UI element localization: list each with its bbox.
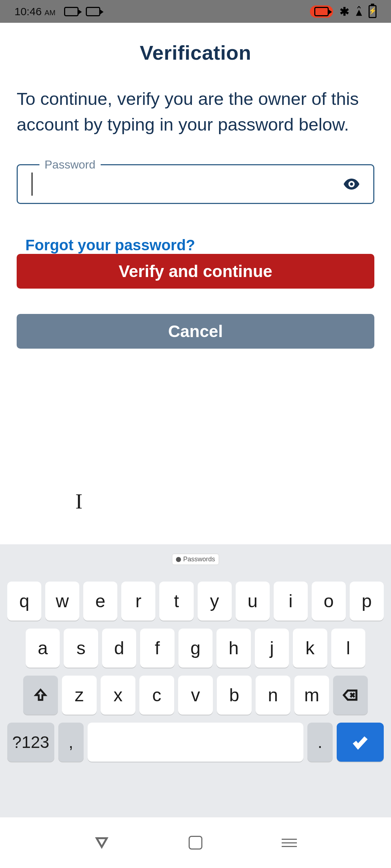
forgot-password-link[interactable]: Forgot your password? [25, 237, 195, 254]
keyboard-row-3: z x c v b n m [0, 676, 391, 715]
video-icon [64, 7, 79, 16]
video-icon [86, 7, 100, 16]
key-u[interactable]: u [236, 582, 270, 621]
key-y[interactable]: y [198, 582, 232, 621]
key-i[interactable]: i [274, 582, 308, 621]
key-t[interactable]: t [159, 582, 193, 621]
key-d[interactable]: d [102, 629, 136, 668]
keyboard-hint[interactable]: Passwords [0, 554, 391, 565]
key-s[interactable]: s [64, 629, 98, 668]
key-r[interactable]: r [121, 582, 155, 621]
key-symbols[interactable]: ?123 [7, 723, 54, 762]
page-title: Verification [17, 41, 374, 64]
svg-point-0 [350, 183, 353, 186]
backspace-icon [342, 687, 358, 703]
key-space[interactable] [88, 723, 303, 762]
eye-icon [342, 175, 361, 193]
key-w[interactable]: w [45, 582, 79, 621]
key-g[interactable]: g [178, 629, 213, 668]
check-icon [352, 733, 369, 751]
key-x[interactable]: x [101, 676, 135, 715]
nav-back-button[interactable] [94, 834, 109, 851]
soft-keyboard: Passwords q w e r t y u i o p a s d f g … [0, 544, 391, 817]
key-icon [176, 557, 181, 562]
status-time-value: 10:46 [14, 5, 42, 18]
keyboard-row-4: ?123 , . [0, 723, 391, 762]
key-v[interactable]: v [178, 676, 213, 715]
key-c[interactable]: c [139, 676, 174, 715]
key-n[interactable]: n [256, 676, 290, 715]
key-m[interactable]: m [294, 676, 329, 715]
wifi-icon: ▴̂ [356, 4, 362, 19]
page-subtitle: To continue, verify you are the owner of… [17, 86, 374, 137]
key-f[interactable]: f [140, 629, 174, 668]
cancel-button[interactable]: Cancel [17, 314, 374, 349]
keyboard-hint-label: Passwords [183, 556, 215, 563]
password-label: Password [39, 158, 101, 171]
verify-button[interactable]: Verify and continue [17, 254, 374, 289]
key-p[interactable]: p [350, 582, 384, 621]
status-time: 10:46 AM [14, 5, 55, 18]
key-l[interactable]: l [331, 629, 365, 668]
keyboard-row-2: a s d f g h j k l [0, 629, 391, 668]
key-q[interactable]: q [7, 582, 41, 621]
key-k[interactable]: k [293, 629, 327, 668]
key-comma[interactable]: , [58, 723, 84, 762]
key-enter[interactable] [337, 723, 384, 762]
key-a[interactable]: a [26, 629, 60, 668]
status-bar: 10:46 AM ✱ ▴̂ [0, 0, 391, 23]
key-z[interactable]: z [62, 676, 97, 715]
key-b[interactable]: b [217, 676, 252, 715]
key-e[interactable]: e [83, 582, 117, 621]
battery-icon [369, 5, 377, 18]
key-j[interactable]: j [255, 629, 289, 668]
password-field[interactable]: Password [17, 164, 374, 204]
status-time-ampm: AM [45, 9, 55, 17]
keyboard-row-1: q w e r t y u i o p [0, 582, 391, 621]
android-nav-bar [0, 817, 391, 868]
key-shift[interactable] [23, 676, 58, 715]
text-cursor-icon: I [75, 489, 83, 514]
bluetooth-icon: ✱ [340, 5, 349, 18]
show-password-button[interactable] [342, 175, 361, 193]
shift-icon [33, 688, 48, 702]
password-input[interactable] [33, 171, 342, 197]
recording-indicator-icon [310, 5, 333, 18]
key-backspace[interactable] [333, 676, 368, 715]
nav-recent-button[interactable] [282, 839, 297, 847]
key-o[interactable]: o [312, 582, 346, 621]
key-period[interactable]: . [307, 723, 333, 762]
key-h[interactable]: h [216, 629, 251, 668]
nav-back-icon [94, 834, 109, 850]
nav-home-button[interactable] [189, 836, 202, 850]
